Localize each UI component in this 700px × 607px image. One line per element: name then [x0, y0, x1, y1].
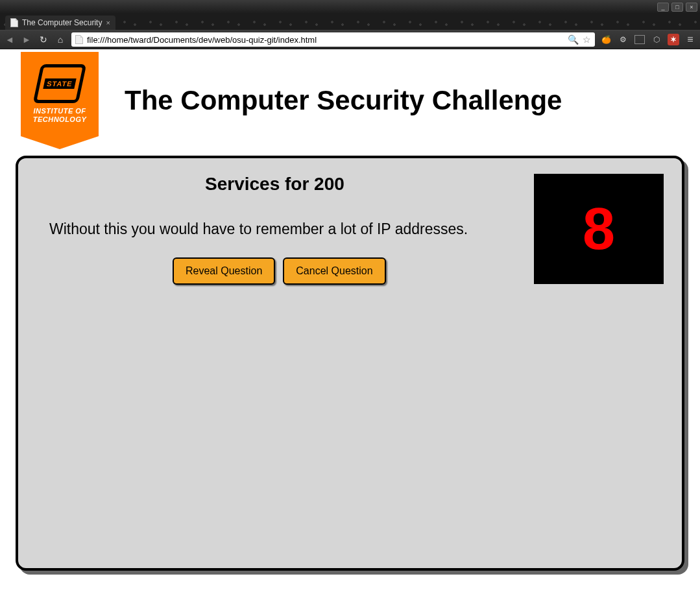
timer-value: 8 [583, 196, 615, 263]
window-close-button[interactable]: × [686, 3, 697, 12]
quiz-card: Services for 200 Without this you would … [16, 156, 684, 571]
osu-state-label: STATE [43, 78, 77, 89]
browser-menu-icon[interactable]: ≡ [684, 34, 696, 45]
page-title: The Computer Security Challenge [125, 85, 562, 116]
zoom-icon[interactable]: 🔍 [568, 34, 579, 45]
reload-icon[interactable]: ↻ [38, 34, 49, 45]
osu-o-logo: STATE [33, 64, 87, 103]
osu-subtitle: INSTITUTE OF TECHNOLOGY [33, 107, 87, 124]
window-minimize-button[interactable]: _ [657, 3, 669, 12]
extension-fruit-icon[interactable]: 🍊 [600, 34, 612, 45]
extension-gear-icon[interactable]: ⚙ [617, 34, 629, 45]
page-viewport: STATE INSTITUTE OF TECHNOLOGY The Comput… [0, 49, 700, 607]
window-titlebar: _ □ × [0, 0, 700, 14]
osu-logo-banner: STATE INSTITUTE OF TECHNOLOGY [21, 52, 99, 149]
page-icon [10, 18, 18, 27]
reveal-question-button[interactable]: Reveal Question [173, 257, 275, 285]
back-icon[interactable]: ◄ [4, 34, 16, 45]
tab-title: The Computer Security [22, 18, 102, 27]
extension-red-icon[interactable]: ✶ [668, 34, 679, 45]
cancel-question-button[interactable]: Cancel Question [283, 257, 385, 285]
url-bar[interactable]: 🔍 ☆ [71, 32, 595, 47]
extension-panel-icon[interactable] [634, 34, 646, 45]
browser-tab-strip: The Computer Security × [0, 14, 700, 30]
tab-close-icon[interactable]: × [106, 19, 110, 27]
page-header: STATE INSTITUTE OF TECHNOLOGY The Comput… [0, 49, 700, 156]
bookmark-star-icon[interactable]: ☆ [583, 34, 591, 45]
browser-tab[interactable]: The Computer Security × [5, 16, 115, 30]
window-maximize-button[interactable]: □ [671, 3, 683, 12]
url-input[interactable] [87, 35, 564, 45]
extension-shield-icon[interactable]: ⬡ [651, 34, 662, 45]
forward-icon[interactable]: ► [21, 34, 32, 45]
timer-box: 8 [534, 174, 664, 284]
browser-toolbar: ◄ ► ↻ ⌂ 🔍 ☆ 🍊 ⚙ ⬡ ✶ ≡ [0, 30, 700, 49]
home-icon[interactable]: ⌂ [54, 34, 66, 45]
site-page-icon [75, 35, 83, 44]
